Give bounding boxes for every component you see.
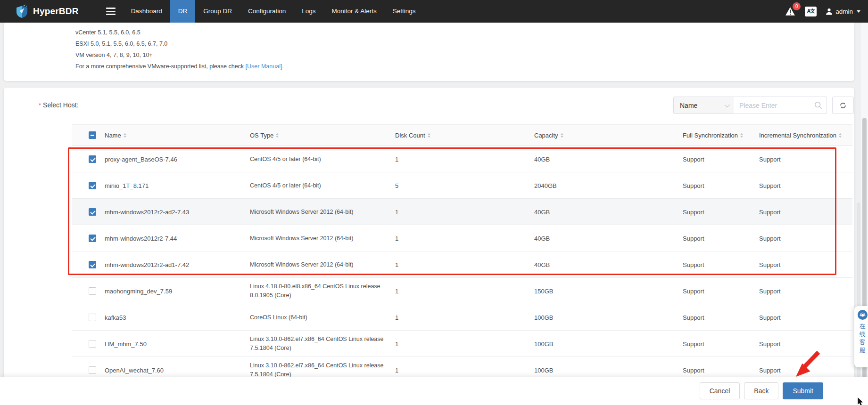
nav-item-monitor-alerts[interactable]: Monitor & Alerts xyxy=(324,0,385,23)
cell-capacity: 40GB xyxy=(534,156,550,163)
nav-item-group-dr[interactable]: Group DR xyxy=(195,0,240,23)
brand-logo-icon xyxy=(16,4,29,18)
chevron-down-icon xyxy=(725,102,730,107)
cell-name: mhm-windows2012r2-7.44 xyxy=(105,235,177,242)
language-switch-icon[interactable]: A文 xyxy=(805,7,817,16)
search-box xyxy=(734,97,827,114)
sort-icon[interactable] xyxy=(276,133,279,138)
row-checkbox[interactable] xyxy=(89,235,96,242)
cell-incr: Support xyxy=(759,235,781,242)
sort-icon[interactable] xyxy=(839,133,842,138)
cell-name: HM_mhm_7.50 xyxy=(105,340,147,348)
host-row-proxy-agent-baseos-7-46[interactable]: proxy-agent_BaseOS-7.46CentOS 4/5 or lat… xyxy=(4,146,854,172)
nav-item-settings[interactable]: Settings xyxy=(385,0,424,23)
cell-capacity: 40GB xyxy=(534,261,550,268)
select-all-checkbox[interactable] xyxy=(89,131,96,139)
cell-name: OpenAI_wechat_7.60 xyxy=(105,367,164,374)
row-checkbox[interactable] xyxy=(89,182,96,189)
cell-name: minio_1T_8.171 xyxy=(105,182,149,189)
brand[interactable]: HyperBDR xyxy=(16,4,79,18)
cell-incr: Support xyxy=(759,367,781,374)
cell-incr: Support xyxy=(759,209,781,216)
host-row-mhm-windows2012r2-ad1-7-42[interactable]: mhm-windows2012r2-ad1-7.42Microsoft Wind… xyxy=(4,251,854,278)
column-header-capacity[interactable]: Capacity xyxy=(534,132,563,139)
cell-incr: Support xyxy=(759,156,781,163)
row-checkbox[interactable] xyxy=(89,314,96,321)
cell-full: Support xyxy=(683,209,704,216)
cell-disks: 1 xyxy=(395,288,398,295)
cell-disks: 1 xyxy=(395,340,398,348)
cell-disks: 5 xyxy=(395,182,398,189)
top-navbar: HyperBDR DashboardDRGroup DRConfiguratio… xyxy=(0,0,868,23)
host-row-maohongming-dev-7-59[interactable]: maohongming_dev_7.59Linux 4.18.0-80.el8.… xyxy=(4,278,854,304)
supported-versions: vCenter 5.1, 5.5, 6.0, 6.5ESXI 5.0, 5.1,… xyxy=(75,27,854,61)
back-button[interactable]: Back xyxy=(744,382,778,399)
cancel-button[interactable]: Cancel xyxy=(700,382,740,399)
cell-full: Support xyxy=(683,288,704,295)
notifications-button[interactable]: 0 xyxy=(785,6,796,17)
host-row-minio-1t-8-171[interactable]: minio_1T_8.171CentOS 4/5 or later (64-bi… xyxy=(4,172,854,199)
column-header-disk-count[interactable]: Disk Count xyxy=(395,132,430,139)
cell-full: Support xyxy=(683,367,704,374)
row-checkbox[interactable] xyxy=(89,208,96,216)
cell-disks: 1 xyxy=(395,156,398,163)
customer-service-icon xyxy=(858,310,868,320)
cell-capacity: 2040GB xyxy=(534,182,557,189)
row-checkbox[interactable] xyxy=(89,340,96,348)
column-header-os-type[interactable]: OS Type xyxy=(250,132,279,139)
cell-os: Linux 3.10.0-862.el7.x86_64 CentOS Linux… xyxy=(250,335,391,353)
supported-version-line: VM version 4, 7, 8, 9, 10, 10+ xyxy=(75,49,854,61)
cell-full: Support xyxy=(683,235,704,242)
host-row-mhm-windows2012r2-7-44[interactable]: mhm-windows2012r2-7.44Microsoft Windows … xyxy=(4,225,854,251)
search-input[interactable] xyxy=(734,97,827,114)
sort-icon[interactable] xyxy=(428,133,430,138)
row-checkbox[interactable] xyxy=(89,155,96,163)
column-header-incremental-synchronization[interactable]: Incremental Synchronization xyxy=(759,132,842,139)
menu-toggle-icon[interactable] xyxy=(106,8,116,15)
cell-capacity: 100GB xyxy=(534,340,553,348)
sort-icon[interactable] xyxy=(561,133,563,138)
column-header-name[interactable]: Name xyxy=(105,132,126,139)
nav-item-configuration[interactable]: Configuration xyxy=(240,0,294,23)
cell-incr: Support xyxy=(759,314,781,321)
online-support-widget[interactable]: 在线客服 xyxy=(854,306,868,367)
cell-os: Microsoft Windows Server 2012 (64-bit) xyxy=(250,208,391,217)
select-host-label: *Select Host: xyxy=(39,101,79,109)
cell-name: mhm-windows2012r2-ad2-7.43 xyxy=(105,209,189,216)
submit-button[interactable]: Submit xyxy=(783,382,823,399)
search-field-select[interactable]: Name xyxy=(673,97,734,114)
row-checkbox[interactable] xyxy=(89,261,96,268)
cell-disks: 1 xyxy=(395,235,398,242)
sort-icon[interactable] xyxy=(124,133,126,138)
host-row-mhm-windows2012r2-ad2-7-43[interactable]: mhm-windows2012r2-ad2-7.43Microsoft Wind… xyxy=(4,199,854,225)
vmware-support-panel: vCenter 5.1, 5.5, 6.0, 6.5ESXI 5.0, 5.1,… xyxy=(4,23,854,81)
cell-full: Support xyxy=(683,261,704,268)
nav-item-dr[interactable]: DR xyxy=(170,0,196,23)
host-row-hm-mhm-7-50[interactable]: HM_mhm_7.50Linux 3.10.0-862.el7.x86_64 C… xyxy=(4,331,854,357)
refresh-button[interactable] xyxy=(832,97,854,114)
main-nav: DashboardDRGroup DRConfigurationLogsMoni… xyxy=(123,0,424,23)
row-checkbox[interactable] xyxy=(89,366,96,374)
cell-disks: 1 xyxy=(395,314,398,321)
cell-capacity: 40GB xyxy=(534,209,550,216)
search-icon[interactable] xyxy=(814,101,822,109)
nav-item-logs[interactable]: Logs xyxy=(294,0,323,23)
navbar-right-cluster: 0 A文 admin xyxy=(785,6,860,17)
cell-disks: 1 xyxy=(395,209,398,216)
cell-full: Support xyxy=(683,156,704,163)
host-row-kafka53[interactable]: kafka53CoreOS Linux (64-bit)1100GBSuppor… xyxy=(4,304,854,331)
user-manual-link[interactable]: [User Manual] xyxy=(246,63,282,70)
cell-capacity: 150GB xyxy=(534,288,553,295)
sort-icon[interactable] xyxy=(740,133,743,138)
column-header-full-synchronization[interactable]: Full Synchronization xyxy=(683,132,743,139)
cell-os: Microsoft Windows Server 2012 (64-bit) xyxy=(250,234,391,243)
cell-capacity: 40GB xyxy=(534,235,550,242)
caret-down-icon xyxy=(857,10,860,13)
user-menu[interactable]: admin xyxy=(826,8,860,15)
cell-os: Linux 4.18.0-80.el8.x86_64 CentOS Linux … xyxy=(250,282,391,300)
nav-item-dashboard[interactable]: Dashboard xyxy=(123,0,170,23)
row-checkbox[interactable] xyxy=(89,287,96,295)
user-icon xyxy=(826,8,833,15)
host-table-header: NameOS TypeDisk CountCapacityFull Synchr… xyxy=(4,124,854,146)
cell-os: CentOS 4/5 or later (64-bit) xyxy=(250,155,391,164)
